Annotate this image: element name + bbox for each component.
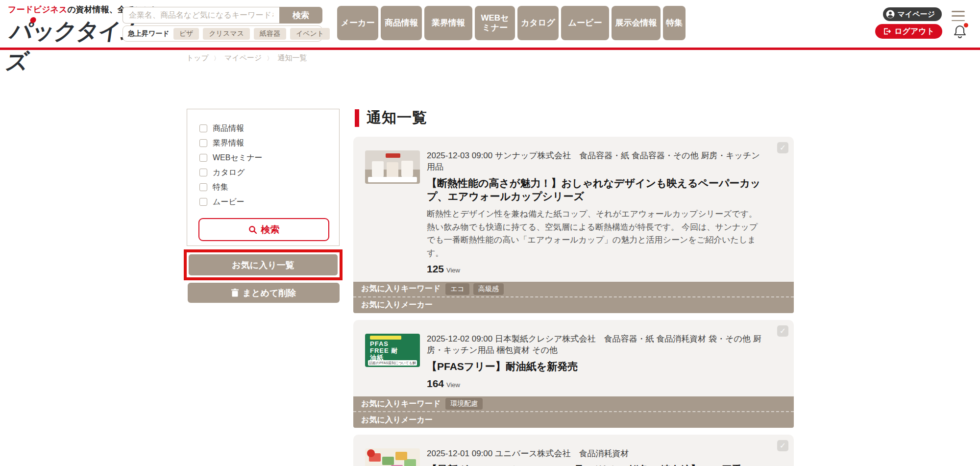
favorite-keywords-bar: お気に入りキーワード 環境配慮 [353,396,794,412]
thumbnail-caption: 話題のPFAS規制についても解説！ [368,360,417,366]
filter-row[interactable]: 特集 [199,180,339,195]
favorite-keyword-tags: エコ高級感 [445,283,504,295]
filter-row[interactable]: 商品情報 [199,121,339,136]
filter-row[interactable]: WEBセミナー [199,150,339,165]
notification-meta: 2025-12-01 09:00 ユニバース株式会社 食品消耗資材 [427,448,761,460]
notification-text: 2025-12-02 09:00 日本製紙クレシア株式会社 食品容器・紙 食品消… [427,334,779,390]
keyword-tag: 環境配慮 [445,398,483,410]
notification-bell-icon[interactable] [953,24,968,39]
favorite-keywords-bar: お気に入りキーワード エコ高級感 [353,282,794,297]
filter-search-label: 検索 [261,223,280,236]
favorite-maker-label: お気に入りメーカー [361,415,433,425]
notification-card: PFAS FREE 耐油紙 話題のPFAS規制についても解説！ 2025-12-… [353,320,794,428]
notification-checkbox[interactable]: ✓ [777,440,788,451]
favorite-maker-label: お気に入りメーカー [361,300,433,310]
mypage-label: マイページ [898,10,935,19]
notification-checkbox[interactable]: ✓ [777,142,788,153]
page: フードビジネスの資材情報、全てここに パックタイムズ 検索 急上昇ワード ピザク… [0,0,980,466]
view-count: 125 View [427,263,761,275]
filter-search-button[interactable]: 検索 [198,218,329,241]
filter-checkbox[interactable] [199,139,207,147]
favorites-highlight-frame: お気に入り一覧 [184,249,343,280]
notification-thumbnail[interactable] [365,448,420,466]
search-input[interactable] [122,7,279,24]
filter-row[interactable]: 業界情報 [199,136,339,150]
notification-title[interactable]: 【最新グルメシートニュース57号 デリカ・鮮魚・精肉編】 ～四季折々の旬の視覚を… [427,463,761,466]
header-search: 検索 [122,7,322,24]
breadcrumb-item[interactable]: マイページ [224,53,272,63]
bulk-delete-button[interactable]: まとめて削除 [188,283,340,303]
page-heading: 通知一覧 [355,108,794,128]
favorite-maker-bar: お気に入りメーカー [353,297,794,313]
thumbnail-text: PFAS FREE 耐油紙 [370,341,404,362]
nav-item[interactable]: 特集 [663,6,686,40]
favorite-maker-bar: お気に入りメーカー [353,412,794,428]
header: フードビジネスの資材情報、全てここに パックタイムズ 検索 急上昇ワード ピザク… [0,0,980,50]
logout-label: ログアウト [894,26,934,37]
main-content: 通知一覧 2025-12-03 09:00 サンナップ株式会社 食品容器・紙 食… [353,108,794,466]
breadcrumb-item[interactable]: トップ [186,53,220,63]
logout-icon [883,27,891,35]
breadcrumb-item[interactable]: 通知一覧 [277,53,307,63]
nav-item[interactable]: メーカー [337,6,378,40]
filter-row[interactable]: カタログ [199,165,339,180]
main-nav: メーカー商品情報業界情報WEBセミナーカタログムービー展示会情報特集 [337,6,686,40]
notification-list: 2025-12-03 09:00 サンナップ株式会社 食品容器・紙 食品容器・そ… [353,137,794,466]
notification-card-body: 2025-12-03 09:00 サンナップ株式会社 食品容器・紙 食品容器・そ… [353,137,794,282]
breadcrumb: トップマイページ通知一覧 [186,53,307,63]
trending-keywords: 急上昇ワード ピザクリスマス紙容器イベント [122,25,322,42]
trending-tag[interactable]: 紙容器 [254,28,286,40]
trending-tag[interactable]: ピザ [173,28,199,40]
favorites-list-button[interactable]: お気に入り一覧 [189,254,338,275]
view-count-number: 164 [427,378,444,390]
brand-tagline-accent: フードビジネス [8,5,67,14]
filter-checkbox[interactable] [199,169,207,176]
notification-card: 2025-12-01 09:00 ユニバース株式会社 食品消耗資材 【最新グルメ… [353,435,794,466]
notification-checkbox[interactable]: ✓ [777,325,788,337]
mypage-button[interactable]: マイページ [883,7,942,21]
filter-label: WEBセミナー [213,153,263,163]
nav-item[interactable]: WEBセミナー [475,6,515,40]
page-title: 通知一覧 [367,108,427,128]
notification-title[interactable]: 【PFASフリー】耐油紙を新発売 [427,360,761,373]
nav-item[interactable]: ムービー [561,6,609,40]
bulk-delete-label: まとめて削除 [243,287,296,299]
trending-label: 急上昇ワード [128,29,170,38]
notification-title[interactable]: 【断熱性能の高さが魅力！】おしゃれなデザインも映えるペーパーカップ、エアウォール… [427,176,761,203]
nav-item[interactable]: 展示会情報 [612,6,661,40]
keyword-tag: エコ [445,283,469,295]
search-icon [248,225,257,234]
filter-checkbox[interactable] [199,198,207,206]
trending-tag[interactable]: クリスマス [203,28,250,40]
view-count-number: 125 [427,263,444,275]
filter-label: 業界情報 [213,138,244,148]
user-icon [886,10,895,19]
logout-button[interactable]: ログアウト [875,24,942,39]
filter-checkbox[interactable] [199,124,207,132]
filter-checkbox[interactable] [199,183,207,191]
view-count-unit: View [446,381,460,389]
nav-item[interactable]: 業界情報 [424,6,472,40]
notification-description: 断熱性とデザイン性を兼ね備えた紙コップ、それがエアウォールカップシリーズです。 … [427,208,761,259]
trending-tag[interactable]: イベント [290,28,330,40]
notification-card-body: PFAS FREE 耐油紙 話題のPFAS規制についても解説！ 2025-12-… [353,320,794,396]
search-button[interactable]: 検索 [279,7,322,24]
notification-thumbnail[interactable]: PFAS FREE 耐油紙 話題のPFAS規制についても解説！ [365,334,420,367]
notification-badge [964,23,968,27]
notification-text: 2025-12-03 09:00 サンナップ株式会社 食品容器・紙 食品容器・そ… [427,150,779,275]
menu-icon[interactable] [952,11,965,21]
heading-accent-bar [355,109,359,127]
nav-item[interactable]: カタログ [517,6,559,40]
filter-label: カタログ [213,168,245,178]
notification-thumbnail[interactable] [365,150,420,184]
trash-icon [231,289,239,297]
notification-card-body: 2025-12-01 09:00 ユニバース株式会社 食品消耗資材 【最新グルメ… [353,435,794,466]
thumbnail-caption [368,177,417,182]
favorite-keyword-tags: 環境配慮 [445,398,483,410]
nav-item[interactable]: 商品情報 [381,6,422,40]
trending-tags: ピザクリスマス紙容器イベント [173,28,330,40]
notification-meta: 2025-12-02 09:00 日本製紙クレシア株式会社 食品容器・紙 食品消… [427,334,761,356]
notification-card: 2025-12-03 09:00 サンナップ株式会社 食品容器・紙 食品容器・そ… [353,137,794,313]
filter-checkbox[interactable] [199,154,207,162]
filter-row[interactable]: ムービー [199,195,339,209]
